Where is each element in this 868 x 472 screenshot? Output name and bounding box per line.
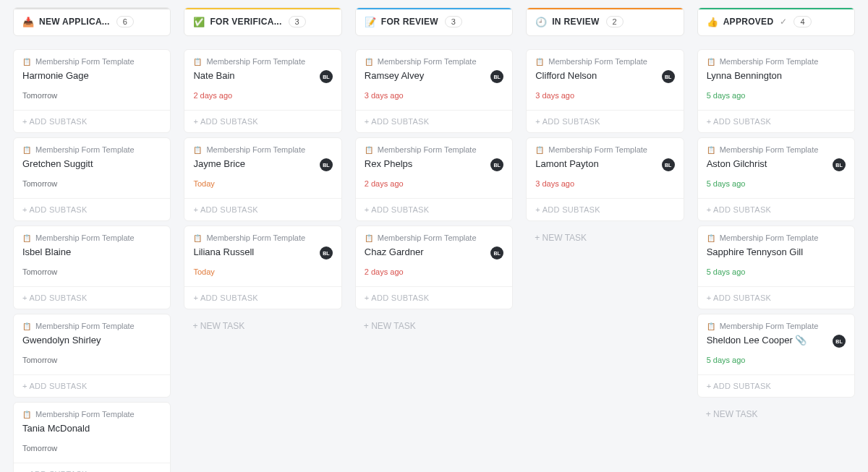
form-template-icon: 📋	[22, 146, 31, 154]
kanban-board: 📥NEW APPLICA...6📋Membership Form Templat…	[13, 7, 855, 472]
task-due-date: Tomorrow	[22, 356, 161, 364]
task-due-date: 5 days ago	[707, 179, 846, 188]
assignee-avatar[interactable]: BL	[490, 158, 503, 171]
task-name: Nate Bain	[193, 70, 332, 81]
column-stripe	[527, 8, 683, 9]
add-subtask-button[interactable]: + ADD SUBTASK	[14, 463, 170, 472]
add-subtask-button[interactable]: + ADD SUBTASK	[698, 110, 854, 132]
add-subtask-button[interactable]: + ADD SUBTASK	[184, 110, 341, 132]
column-header-for-review[interactable]: 📝FOR REVIEW3	[355, 7, 513, 36]
task-card[interactable]: 📋Membership Form TemplateGretchen Suggit…	[13, 137, 171, 221]
assignee-avatar[interactable]: BL	[662, 158, 675, 171]
task-name: Rex Phelps	[365, 158, 503, 169]
task-due-date: 5 days ago	[707, 267, 846, 276]
form-template-icon: 📋	[22, 234, 31, 242]
form-template-icon: 📋	[193, 234, 202, 242]
form-template-icon: 📋	[365, 146, 373, 154]
task-card[interactable]: 📋Membership Form TemplateHarmonie GageTo…	[13, 49, 171, 133]
task-due-date: 5 days ago	[707, 356, 846, 364]
column-header-approved[interactable]: 👍APPROVED✓4	[697, 7, 855, 36]
assignee-avatar[interactable]: BL	[320, 246, 333, 259]
new-task-button[interactable]: + NEW TASK	[355, 314, 513, 338]
form-template-icon: 📋	[707, 234, 715, 242]
column-title: APPROVED	[723, 17, 774, 27]
add-subtask-button[interactable]: + ADD SUBTASK	[527, 110, 683, 132]
add-subtask-button[interactable]: + ADD SUBTASK	[14, 110, 170, 132]
task-card[interactable]: 📋Membership Form TemplateChaz Gardner2 d…	[355, 226, 513, 309]
task-card[interactable]: 📋Membership Form TemplateAston Gilchrist…	[697, 137, 855, 221]
column-stripe	[698, 8, 854, 9]
column-status-icon: 📝	[365, 17, 376, 27]
task-name: Aston Gilchrist	[707, 158, 846, 169]
task-card[interactable]: 📋Membership Form TemplateNate Bain2 days…	[184, 49, 341, 133]
column-status-icon: 📥	[22, 17, 34, 27]
assignee-avatar[interactable]: BL	[662, 70, 675, 83]
template-row: 📋Membership Form Template	[535, 145, 674, 154]
form-template-icon: 📋	[707, 58, 715, 66]
add-subtask-button[interactable]: + ADD SUBTASK	[14, 286, 170, 309]
form-template-icon: 📋	[22, 58, 31, 66]
add-subtask-button[interactable]: + ADD SUBTASK	[184, 198, 341, 220]
assignee-avatar[interactable]: BL	[320, 70, 333, 83]
task-card[interactable]: 📋Membership Form TemplateRex Phelps2 day…	[355, 137, 513, 221]
template-label: Membership Form Template	[548, 57, 647, 66]
task-due-date: Tomorrow	[22, 91, 161, 100]
task-name: Lynna Bennington	[707, 70, 846, 81]
add-subtask-button[interactable]: + ADD SUBTASK	[356, 286, 512, 309]
column-header-new-applications[interactable]: 📥NEW APPLICA...6	[13, 7, 171, 36]
add-subtask-button[interactable]: + ADD SUBTASK	[14, 198, 170, 220]
assignee-avatar[interactable]: BL	[490, 70, 503, 83]
column-title: NEW APPLICA...	[39, 17, 110, 27]
task-card[interactable]: 📋Membership Form TemplateIsbel BlaineTom…	[13, 226, 171, 309]
task-due-date: 3 days ago	[365, 91, 503, 100]
template-row: 📋Membership Form Template	[22, 233, 161, 242]
add-subtask-button[interactable]: + ADD SUBTASK	[184, 286, 341, 309]
column-for-review: 📝FOR REVIEW3📋Membership Form TemplateRam…	[355, 7, 513, 472]
check-circle-icon: ✓	[780, 17, 787, 27]
add-subtask-button[interactable]: + ADD SUBTASK	[527, 198, 683, 220]
column-approved: 👍APPROVED✓4📋Membership Form TemplateLynn…	[697, 7, 855, 472]
task-card[interactable]: 📋Membership Form TemplateGwendolyn Shirl…	[13, 314, 171, 398]
column-header-in-review[interactable]: 🕘IN REVIEW2	[526, 7, 684, 36]
new-task-button[interactable]: + NEW TASK	[526, 226, 684, 250]
assignee-avatar[interactable]: BL	[490, 246, 503, 259]
task-due-date: Tomorrow	[22, 179, 161, 188]
add-subtask-button[interactable]: + ADD SUBTASK	[698, 374, 854, 397]
template-row: 📋Membership Form Template	[365, 145, 503, 154]
add-subtask-button[interactable]: + ADD SUBTASK	[356, 110, 512, 132]
template-row: 📋Membership Form Template	[193, 145, 332, 154]
column-count-badge: 6	[116, 16, 134, 27]
add-subtask-button[interactable]: + ADD SUBTASK	[356, 198, 512, 220]
task-card[interactable]: 📋Membership Form TemplateJayme BriceToda…	[184, 137, 341, 221]
new-task-button[interactable]: + NEW TASK	[697, 402, 855, 426]
task-card[interactable]: 📋Membership Form TemplateLynna Benningto…	[697, 49, 855, 133]
column-status-icon: 👍	[707, 17, 718, 27]
column-header-for-verification[interactable]: ✅FOR VERIFICA...3	[184, 7, 341, 36]
form-template-icon: 📋	[22, 322, 31, 330]
add-subtask-button[interactable]: + ADD SUBTASK	[14, 374, 170, 397]
task-card[interactable]: 📋Membership Form TemplateTania McDonaldT…	[13, 402, 171, 472]
column-stripe	[356, 8, 512, 9]
task-due-date: Tomorrow	[22, 444, 161, 452]
new-task-button[interactable]: + NEW TASK	[184, 314, 341, 338]
template-row: 📋Membership Form Template	[707, 233, 846, 242]
task-card[interactable]: 📋Membership Form TemplateClifford Nelson…	[526, 49, 684, 133]
assignee-avatar[interactable]: BL	[320, 158, 333, 171]
task-card[interactable]: 📋Membership Form TemplateLiliana Russell…	[184, 226, 341, 309]
template-label: Membership Form Template	[720, 57, 819, 66]
task-name: Gretchen Suggitt	[22, 158, 161, 169]
task-due-date: 5 days ago	[707, 91, 846, 100]
task-card[interactable]: 📋Membership Form TemplateLamont Payton3 …	[526, 137, 684, 221]
column-title: FOR REVIEW	[381, 17, 438, 27]
template-row: 📋Membership Form Template	[22, 410, 161, 419]
form-template-icon: 📋	[193, 58, 202, 66]
add-subtask-button[interactable]: + ADD SUBTASK	[698, 198, 854, 220]
assignee-avatar[interactable]: BL	[833, 158, 846, 171]
add-subtask-button[interactable]: + ADD SUBTASK	[698, 286, 854, 309]
task-card[interactable]: 📋Membership Form TemplateSheldon Lee Coo…	[697, 314, 855, 398]
task-card[interactable]: 📋Membership Form TemplateRamsey Alvey3 d…	[355, 49, 513, 133]
task-card[interactable]: 📋Membership Form TemplateSapphire Tennys…	[697, 226, 855, 309]
form-template-icon: 📋	[535, 146, 544, 154]
assignee-avatar[interactable]: BL	[833, 335, 846, 348]
column-count-badge: 4	[793, 16, 811, 27]
